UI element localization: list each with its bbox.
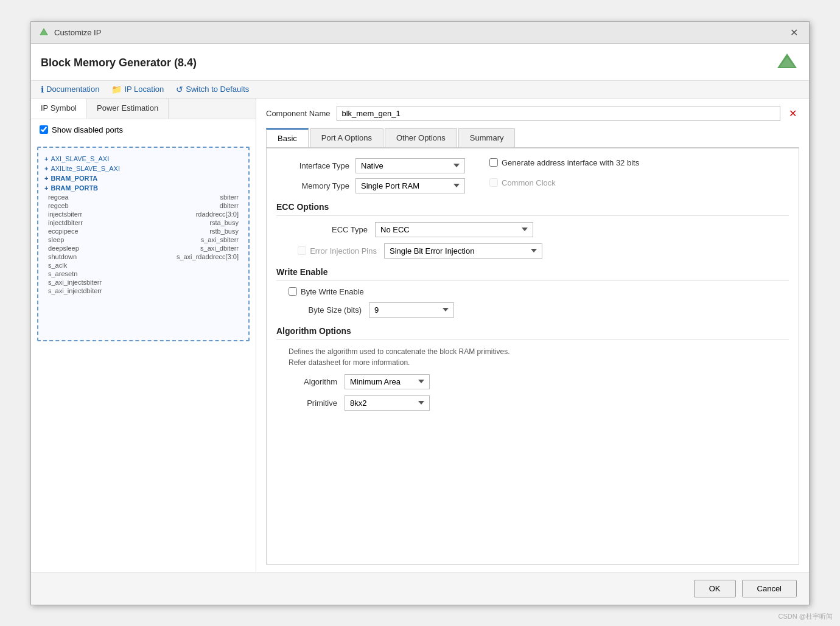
- error-injection-row: Error Injection Pins Single Bit Error In…: [289, 243, 789, 259]
- component-name-input[interactable]: [337, 106, 781, 121]
- generate-address-checkbox[interactable]: [489, 158, 498, 167]
- signal-s-aresetn: s_aresetn: [44, 270, 242, 278]
- tab-summary[interactable]: Summary: [458, 128, 516, 147]
- clear-name-button[interactable]: ✕: [786, 108, 799, 119]
- signal-s-aclk: s_aclk: [44, 261, 242, 270]
- generate-address-right: Generate address interface with 32 bits: [489, 158, 639, 167]
- tab-basic[interactable]: Basic: [266, 128, 309, 147]
- ecc-type-label: ECC Type: [289, 225, 368, 234]
- signal-sleep: sleeps_axi_sbiterr: [44, 235, 242, 244]
- signal-injectdbiterr: injectdbiterrrsta_busy: [44, 218, 242, 227]
- ip-symbol-area: + AXI_SLAVE_S_AXI + AXILite_SLAVE_S_AXI …: [31, 141, 256, 572]
- common-clock-checkbox-row: Common Clock: [489, 178, 556, 187]
- byte-size-select[interactable]: 8 9: [369, 302, 454, 318]
- watermark: CSDN @杜宇听闻: [779, 612, 833, 621]
- refresh-icon: ↺: [176, 85, 183, 94]
- generate-address-label[interactable]: Generate address interface with 32 bits: [502, 158, 639, 167]
- signal-deepsleep: deepsleeps_axi_dbiterr: [44, 244, 242, 252]
- primitive-select[interactable]: 8kx2 16kx1 32kx1: [345, 395, 430, 411]
- port-bram-portb-label: BRAM_PORTB: [51, 184, 98, 192]
- memory-type-label: Memory Type: [276, 181, 349, 190]
- close-button[interactable]: ✕: [786, 26, 802, 40]
- port-bram-porta-label: BRAM_PORTA: [51, 175, 97, 182]
- algorithm-desc: Defines the algorithm used to concatenat…: [289, 346, 789, 368]
- interface-type-section: Interface Type Native AXI4 AXI4 Lite Gen…: [276, 158, 789, 173]
- error-injection-checkbox-row: Error Injection Pins: [289, 246, 377, 256]
- write-enable-section: Byte Write Enable Byte Size (bits) 8 9: [276, 287, 789, 318]
- write-enable-section-title: Write Enable: [276, 267, 789, 281]
- show-disabled-ports-checkbox[interactable]: [40, 125, 48, 134]
- location-icon: 📁: [111, 85, 122, 94]
- show-ports-row: Show disabled ports: [31, 119, 256, 141]
- common-clock-right: Common Clock: [489, 178, 556, 187]
- show-disabled-ports-label[interactable]: Show disabled ports: [52, 125, 123, 134]
- byte-write-enable-label[interactable]: Byte Write Enable: [301, 287, 364, 296]
- main-window: Customize IP ✕ Block Memory Generator (8…: [30, 21, 810, 605]
- ecc-type-row: ECC Type No ECC Hamming SEC/DED: [289, 222, 789, 237]
- main-tabs: Basic Port A Options Other Options Summa…: [266, 128, 799, 148]
- byte-write-enable-checkbox[interactable]: [289, 287, 297, 296]
- ecc-options: ECC Type No ECC Hamming SEC/DED Error In…: [276, 222, 789, 259]
- ip-location-label: IP Location: [124, 85, 164, 94]
- algorithm-select[interactable]: Minimum Area Low Power Fixed Primitives: [345, 374, 430, 389]
- ecc-section-title: ECC Options: [276, 202, 789, 216]
- memory-type-section: Memory Type Single Port RAM Simple Dual …: [276, 178, 789, 193]
- signal-regceb: regcebdbiterr: [44, 201, 242, 210]
- algorithm-desc1: Defines the algorithm used to concatenat…: [289, 346, 789, 357]
- ip-port-axilite-slave: + AXILite_SLAVE_S_AXI: [44, 164, 242, 173]
- documentation-label: Documentation: [46, 85, 99, 94]
- tab-other-options[interactable]: Other Options: [385, 128, 457, 147]
- signal-s-axi-injectdbiterr: s_axi_injectdbiterr: [44, 287, 242, 295]
- tab-ip-symbol[interactable]: IP Symbol: [31, 99, 87, 119]
- interface-type-select[interactable]: Native AXI4 AXI4 Lite: [355, 158, 465, 173]
- signal-injectsbiterr: injectsbiterrrdaddrecc[3:0]: [44, 210, 242, 218]
- byte-size-row: Byte Size (bits) 8 9: [289, 302, 789, 318]
- ip-block: + AXI_SLAVE_S_AXI + AXILite_SLAVE_S_AXI …: [37, 147, 250, 341]
- common-clock-label: Common Clock: [502, 178, 556, 187]
- byte-write-enable-row: Byte Write Enable: [289, 287, 789, 296]
- component-name-label: Component Name: [266, 109, 331, 118]
- right-panel: Component Name ✕ Basic Port A Options Ot…: [256, 99, 809, 572]
- app-icon: [38, 27, 49, 38]
- port-axilite-slave-label: AXILite_SLAVE_S_AXI: [51, 165, 120, 172]
- algorithm-desc2: Refer datasheet for more information.: [289, 357, 789, 368]
- tab-port-a-options[interactable]: Port A Options: [310, 128, 383, 147]
- cancel-button[interactable]: Cancel: [742, 580, 797, 597]
- component-name-row: Component Name ✕: [266, 106, 799, 121]
- switch-defaults-link[interactable]: ↺ Switch to Defaults: [176, 85, 249, 94]
- memory-type-left: Memory Type Single Port RAM Simple Dual …: [276, 178, 465, 193]
- generate-address-checkbox-row: Generate address interface with 32 bits: [489, 158, 639, 167]
- byte-size-label: Byte Size (bits): [289, 305, 362, 315]
- toolbar: ℹ Documentation 📁 IP Location ↺ Switch t…: [31, 81, 809, 99]
- algorithm-label: Algorithm: [289, 377, 337, 386]
- error-injection-label: Error Injection Pins: [310, 246, 377, 256]
- algorithm-section-title: Algorithm Options: [276, 326, 789, 340]
- algorithm-section: Defines the algorithm used to concatenat…: [276, 346, 789, 411]
- info-icon: ℹ: [41, 85, 44, 94]
- memory-type-select[interactable]: Single Port RAM Simple Dual Port RAM Tru…: [355, 178, 465, 193]
- error-injection-select[interactable]: Single Bit Error Injection Double Bit Er…: [384, 243, 542, 259]
- ip-port-axi-slave: + AXI_SLAVE_S_AXI: [44, 154, 242, 164]
- title-bar-left: Customize IP: [38, 27, 101, 38]
- ok-button[interactable]: OK: [694, 580, 736, 597]
- primitive-row: Primitive 8kx2 16kx1 32kx1: [289, 395, 789, 411]
- ecc-type-select[interactable]: No ECC Hamming SEC/DED: [375, 222, 533, 237]
- common-clock-checkbox[interactable]: [489, 178, 498, 187]
- signal-eccpipece: eccpipecerstb_busy: [44, 227, 242, 235]
- tab-power-estimation[interactable]: Power Estimation: [87, 99, 169, 119]
- algorithm-row: Algorithm Minimum Area Low Power Fixed P…: [289, 374, 789, 389]
- documentation-link[interactable]: ℹ Documentation: [41, 85, 99, 94]
- ip-port-bram-portb: + BRAM_PORTB: [44, 183, 242, 193]
- signal-regcea: regceasbiterr: [44, 193, 242, 201]
- signal-shutdown: shutdowns_axi_rdaddrecc[3:0]: [44, 252, 242, 261]
- ip-port-bram-porta: + BRAM_PORTA: [44, 173, 242, 183]
- tab-content-basic: Interface Type Native AXI4 AXI4 Lite Gen…: [266, 148, 799, 565]
- ip-location-link[interactable]: 📁 IP Location: [111, 85, 164, 94]
- app-header: Block Memory Generator (8.4): [31, 44, 809, 81]
- title-bar: Customize IP ✕: [31, 22, 809, 44]
- left-tabs: IP Symbol Power Estimation: [31, 99, 256, 119]
- vivado-logo: [775, 51, 799, 75]
- title-bar-text: Customize IP: [54, 28, 101, 37]
- signal-s-axi-injectsbiterr: s_axi_injectsbiterr: [44, 278, 242, 287]
- error-injection-checkbox[interactable]: [298, 246, 306, 255]
